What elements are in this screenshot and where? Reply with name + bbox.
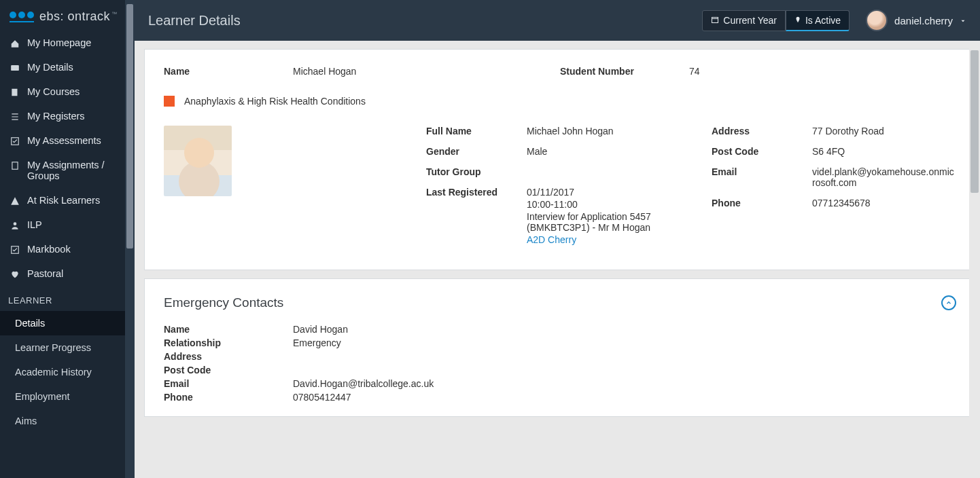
main-scrollbar[interactable] bbox=[969, 41, 980, 478]
sidebar-item-label: Markbook bbox=[27, 244, 71, 255]
sidebar: ebs: ontrack™ My Homepage My Details My … bbox=[0, 0, 135, 478]
ec-name-value: David Hogan bbox=[293, 324, 956, 335]
learner-photo bbox=[164, 126, 232, 196]
sidebar-scrollbar-thumb[interactable] bbox=[126, 4, 133, 249]
sidebar-sub-label: Details bbox=[15, 318, 45, 329]
content-scroll[interactable]: Name Michael Hogan Student Number 74 Ana… bbox=[135, 41, 980, 478]
sidebar-sub-aims[interactable]: Aims bbox=[0, 409, 135, 433]
name-label: Name bbox=[164, 66, 293, 77]
sidebar-item-label: At Risk Learners bbox=[27, 195, 100, 206]
ec-email-label: Email bbox=[164, 378, 293, 389]
svg-rect-5 bbox=[712, 18, 718, 23]
postcode-value: S6 4FQ bbox=[812, 146, 956, 157]
sidebar-item-label: My Homepage bbox=[27, 37, 91, 48]
sidebar-sub-label: Employment bbox=[15, 391, 70, 402]
ec-postcode-label: Post Code bbox=[164, 365, 293, 375]
filter-label: Is Active bbox=[805, 15, 841, 26]
filter-is-active[interactable]: Is Active bbox=[786, 10, 850, 31]
avatar bbox=[866, 10, 888, 31]
student-number-value: 74 bbox=[689, 66, 956, 77]
full-name-value: Michael John Hogan bbox=[527, 126, 671, 136]
sidebar-item-assignments[interactable]: My Assignments / Groups bbox=[0, 153, 135, 188]
postcode-label: Post Code bbox=[712, 146, 800, 157]
svg-rect-2 bbox=[12, 162, 18, 170]
filter-label: Current Year bbox=[723, 15, 777, 26]
checklist-icon bbox=[10, 245, 20, 255]
risk-flag-text: Anaphylaxis & High Risk Health Condition… bbox=[184, 96, 366, 107]
emergency-contacts-card: Emergency Contacts Name David Hogan Rela… bbox=[144, 278, 976, 417]
book-icon bbox=[10, 88, 20, 97]
sidebar-item-atrisk[interactable]: At Risk Learners bbox=[0, 188, 135, 213]
gender-value: Male bbox=[527, 146, 671, 157]
heart-icon bbox=[10, 270, 20, 279]
sidebar-item-markbook[interactable]: Markbook bbox=[0, 237, 135, 261]
sidebar-item-label: My Registers bbox=[27, 111, 85, 122]
sidebar-item-pastoral[interactable]: Pastoral bbox=[0, 261, 135, 286]
phone-label: Phone bbox=[712, 198, 800, 208]
phone-value: 07712345678 bbox=[812, 198, 956, 208]
sidebar-item-courses[interactable]: My Courses bbox=[0, 79, 135, 104]
last-registered-time: 10:00-11:00 bbox=[527, 199, 671, 210]
ec-phone-value: 07805412447 bbox=[293, 392, 956, 403]
last-registered-link[interactable]: A2D Cherry bbox=[527, 234, 671, 245]
brand-product: ontrack bbox=[68, 10, 111, 23]
risk-swatch-icon bbox=[164, 96, 175, 107]
brand-logo: ebs: ontrack™ bbox=[0, 0, 135, 31]
sidebar-sub-progress[interactable]: Learner Progress bbox=[0, 335, 135, 360]
sidebar-sub-label: Learner Progress bbox=[15, 342, 91, 353]
clipboard-icon bbox=[10, 161, 20, 170]
sidebar-item-ilp[interactable]: ILP bbox=[0, 213, 135, 237]
user-menu[interactable]: daniel.cherry bbox=[866, 10, 966, 31]
sidebar-item-label: My Assessments bbox=[27, 135, 101, 146]
pin-icon bbox=[794, 15, 801, 26]
sidebar-item-label: My Details bbox=[27, 62, 73, 73]
brand-name: ebs: bbox=[39, 10, 64, 23]
filter-current-year[interactable]: Current Year bbox=[702, 10, 786, 31]
ec-address-label: Address bbox=[164, 351, 293, 362]
last-registered-date: 01/11/2017 bbox=[527, 187, 671, 198]
main-scrollbar-thumb[interactable] bbox=[970, 50, 979, 193]
ec-email-value: David.Hogan@tribalcollege.ac.uk bbox=[293, 378, 956, 389]
sidebar-item-label: Pastoral bbox=[27, 268, 63, 279]
user-name: daniel.cherry bbox=[894, 15, 953, 26]
risk-flag: Anaphylaxis & High Risk Health Condition… bbox=[164, 96, 956, 107]
sidebar-sub-employment[interactable]: Employment bbox=[0, 384, 135, 409]
sidebar-sub-details[interactable]: Details bbox=[0, 311, 135, 335]
topbar: Learner Details Current Year Is Active d… bbox=[135, 0, 980, 41]
last-registered-label: Last Registered bbox=[426, 187, 514, 198]
sidebar-item-assessments[interactable]: My Assessments bbox=[0, 128, 135, 153]
svg-point-3 bbox=[14, 222, 17, 225]
sidebar-item-label: My Assignments / Groups bbox=[27, 160, 125, 181]
svg-rect-0 bbox=[11, 65, 19, 71]
address-value: 77 Dorothy Road bbox=[812, 126, 956, 136]
sidebar-sub-academic[interactable]: Academic History bbox=[0, 360, 135, 384]
sidebar-item-homepage[interactable]: My Homepage bbox=[0, 31, 135, 55]
collapse-button[interactable] bbox=[941, 295, 956, 310]
brand-tm: ™ bbox=[111, 11, 118, 17]
ec-name-label: Name bbox=[164, 324, 293, 335]
filter-pill-group: Current Year Is Active bbox=[702, 10, 850, 31]
person-icon bbox=[10, 221, 20, 230]
warning-icon bbox=[10, 196, 20, 206]
sidebar-sub-label: Academic History bbox=[15, 367, 92, 378]
student-number-label: Student Number bbox=[560, 66, 689, 77]
check-square-icon bbox=[10, 136, 20, 146]
last-registered-desc: Interview for Application 5457 (BMKBTC3P… bbox=[527, 211, 671, 233]
chevron-down-icon bbox=[960, 15, 966, 26]
list-icon bbox=[10, 112, 20, 122]
sidebar-item-mydetails[interactable]: My Details bbox=[0, 55, 135, 79]
ec-address-value bbox=[293, 351, 956, 362]
address-label: Address bbox=[712, 126, 800, 136]
gender-label: Gender bbox=[426, 146, 514, 157]
email-value: videl.plank@yokamehouse.onmicrosoft.com bbox=[812, 166, 956, 188]
last-registered-value: 01/11/2017 10:00-11:00 Interview for App… bbox=[527, 187, 671, 246]
calendar-icon bbox=[711, 15, 719, 26]
main-area: Learner Details Current Year Is Active d… bbox=[135, 0, 980, 478]
brand-dots-icon bbox=[10, 12, 34, 22]
ec-phone-label: Phone bbox=[164, 392, 293, 403]
ec-postcode-value bbox=[293, 365, 956, 375]
sidebar-scrollbar[interactable] bbox=[125, 0, 135, 478]
sidebar-item-registers[interactable]: My Registers bbox=[0, 104, 135, 128]
page-title: Learner Details bbox=[148, 13, 241, 29]
sidebar-item-label: My Courses bbox=[27, 86, 80, 97]
